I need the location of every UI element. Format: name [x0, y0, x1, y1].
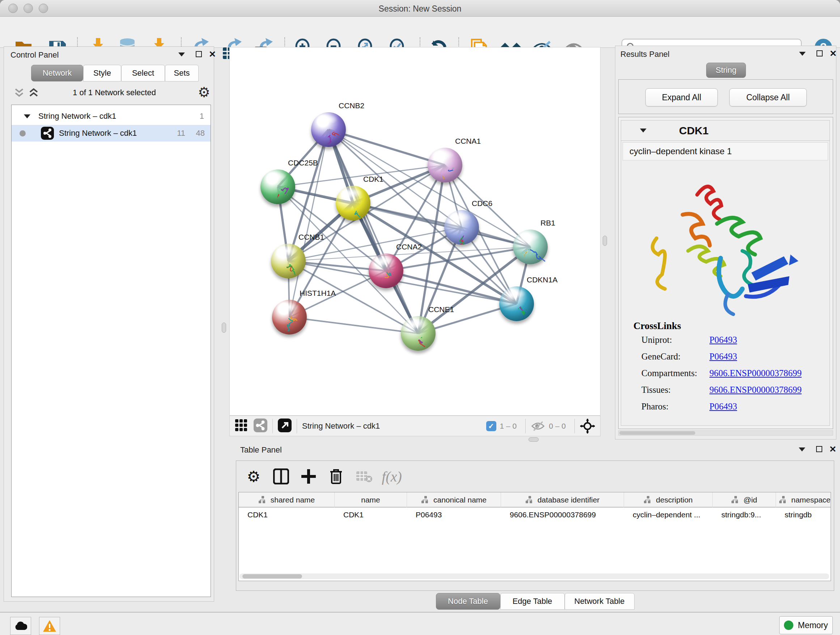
column-header-label: name [361, 496, 380, 504]
delete-table-icon [354, 466, 375, 487]
add-column-icon[interactable] [298, 466, 319, 487]
table-cell[interactable]: stringdb [776, 508, 831, 522]
show-columns-icon[interactable] [270, 466, 292, 487]
node-label: CDC25B [288, 158, 318, 167]
open-in-window-icon[interactable] [278, 418, 292, 434]
tab-edge-table[interactable]: Edge Table [500, 593, 565, 610]
panel-float-icon[interactable] [816, 446, 822, 452]
gene-section-header[interactable]: CDK1 [621, 120, 829, 141]
horizontal-splitter-handle[interactable] [529, 437, 538, 442]
table-horizontal-scrollbar[interactable] [240, 573, 829, 579]
node-label: CDKN1A [527, 276, 557, 284]
network-edge[interactable] [328, 130, 418, 333]
crosslink-link[interactable]: 9606.ENSP00000378699 [709, 385, 802, 395]
table-settings-gear-icon[interactable]: ⚙ [243, 466, 264, 487]
column-header[interactable]: name [335, 492, 407, 508]
network-node[interactable] [401, 316, 436, 351]
network-node[interactable] [272, 300, 307, 334]
table-cell[interactable]: stringdb:9... [713, 508, 776, 522]
crosslink-row: Tissues:9606.ENSP00000378699 [641, 385, 822, 395]
network-view-title: String Network – cdk1 [302, 421, 380, 431]
network-node[interactable] [499, 287, 534, 321]
delete-column-icon[interactable] [325, 466, 347, 487]
panel-float-icon[interactable] [816, 50, 823, 57]
memory-button[interactable]: Memory [779, 616, 833, 634]
panel-close-icon[interactable]: ✕ [829, 446, 836, 452]
tab-network-table[interactable]: Network Table [565, 593, 635, 610]
column-network-icon [258, 496, 267, 504]
node-label: CCNE1 [428, 305, 454, 314]
panel-close-icon[interactable]: ✕ [209, 51, 216, 57]
cloud-status-icon[interactable] [10, 617, 31, 635]
column-header-label: shared name [271, 496, 315, 504]
results-scrollbar[interactable] [618, 431, 833, 435]
network-node[interactable] [311, 112, 346, 147]
table-cell[interactable]: CDK1 [335, 508, 407, 522]
crosslink-link[interactable]: P06493 [709, 335, 737, 345]
panel-menu-icon[interactable] [799, 52, 806, 56]
column-header[interactable]: shared name [239, 492, 335, 508]
panel-float-icon[interactable] [196, 51, 202, 57]
network-node[interactable] [271, 244, 306, 279]
panel-menu-icon[interactable] [178, 52, 185, 57]
vertical-splitter-handle[interactable] [222, 323, 226, 333]
tab-node-table[interactable]: Node Table [436, 593, 500, 610]
hidden-eye-icon[interactable] [531, 421, 545, 432]
table-cell[interactable]: CDK1 [239, 508, 335, 522]
tree-expand-icon[interactable] [24, 114, 30, 119]
collapse-all-button[interactable]: Collapse All [729, 88, 807, 106]
collapse-all-icon[interactable] [13, 87, 25, 100]
birds-eye-view-icon[interactable] [235, 419, 248, 433]
network-node[interactable] [369, 253, 403, 288]
node-label: CDC6 [472, 199, 493, 208]
crosslink-link[interactable]: P06493 [709, 352, 737, 362]
network-row[interactable]: String Network – cdk1 11 48 [11, 125, 210, 141]
column-header[interactable]: canonical name [407, 492, 501, 508]
column-header-label: @id [744, 496, 757, 504]
vertical-splitter-handle[interactable] [603, 236, 607, 246]
network-row-label: String Network – cdk1 [59, 128, 137, 138]
network-node[interactable] [444, 210, 479, 245]
crosslink-label: Uniprot: [641, 335, 672, 345]
table-cell[interactable]: cyclin–dependent ... [624, 508, 713, 522]
tab-network[interactable]: Network [31, 65, 83, 81]
network-node[interactable] [513, 230, 548, 264]
network-view-canvas[interactable]: CCNB2CCNA1CDC25BCDK1CDC6RB1CCNB1CCNA2CDK… [229, 47, 600, 416]
selected-checkbox-icon[interactable]: ✓ [486, 421, 496, 431]
crosslink-link[interactable]: P06493 [709, 402, 737, 412]
network-collection-label: String Network – cdk1 [38, 111, 116, 121]
table-cell[interactable]: 9606.ENSP00000378699 [501, 508, 624, 522]
pan-crosshair-icon[interactable] [580, 418, 595, 434]
expand-all-icon[interactable] [28, 87, 39, 100]
column-header[interactable]: database identifier [501, 492, 624, 508]
table-cell[interactable]: P06493 [407, 508, 501, 522]
warning-status-icon[interactable] [39, 617, 60, 635]
main-toolbar: ? [0, 17, 840, 48]
network-selection-summary: 1 of 1 Network selected [47, 88, 181, 97]
crosslink-label: GeneCard: [641, 352, 681, 361]
network-badge-icon[interactable] [254, 418, 267, 434]
network-node[interactable] [261, 169, 295, 204]
tab-select[interactable]: Select [121, 65, 165, 81]
network-collection-row[interactable]: String Network – cdk1 1 [11, 108, 210, 125]
panel-menu-icon[interactable] [799, 448, 805, 451]
crosslink-link[interactable]: 9606.ENSP00000378699 [709, 368, 802, 378]
column-network-icon [525, 496, 534, 504]
crosslink-row: Compartments:9606.ENSP00000378699 [641, 368, 822, 378]
panel-close-icon[interactable]: ✕ [829, 50, 837, 57]
network-node[interactable] [428, 148, 462, 182]
tab-sets[interactable]: Sets [165, 65, 199, 81]
tab-style[interactable]: Style [83, 65, 121, 81]
expand-all-button[interactable]: Expand All [645, 88, 718, 106]
column-header[interactable]: namespace [776, 492, 831, 508]
column-header[interactable]: @id [713, 492, 776, 508]
network-node[interactable] [336, 186, 370, 220]
column-header[interactable]: description [624, 492, 713, 508]
network-edge[interactable] [289, 317, 418, 333]
collection-count: 1 [200, 111, 204, 121]
table-row[interactable]: CDK1CDK1P064939606.ENSP00000378699cyclin… [239, 508, 831, 522]
tab-string[interactable]: String [706, 63, 746, 78]
edge-count: 48 [196, 128, 205, 138]
gene-collapse-icon[interactable] [640, 128, 646, 133]
network-options-gear-icon[interactable]: ⚙ [198, 84, 210, 100]
